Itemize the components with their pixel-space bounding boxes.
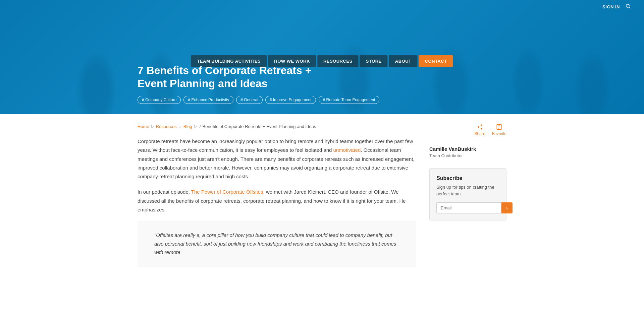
- favorite-icon: [496, 124, 502, 130]
- favorite-button[interactable]: Favorite: [492, 124, 506, 136]
- breadcrumb-sep-3: ▷: [194, 124, 197, 129]
- subscribe-button[interactable]: ›: [501, 202, 513, 213]
- svg-line-1: [629, 7, 630, 8]
- blockquote-text: "Offsites are really a, a core pillar of…: [154, 232, 396, 255]
- article-paragraph-1: Corporate retreats have become an increa…: [138, 137, 416, 181]
- content-column: Home ▷ Resources ▷ Blog ▷ 7 Benefits of …: [138, 121, 416, 315]
- hero-title: 7 Benefits of Corporate Retreats + Event…: [138, 64, 312, 90]
- favorite-label: Favorite: [492, 131, 506, 136]
- main-area: Home ▷ Resources ▷ Blog ▷ 7 Benefits of …: [0, 114, 644, 315]
- breadcrumb-current: 7 Benefits of Corporate Retreats + Event…: [199, 124, 316, 129]
- hero-content: 7 Benefits of Corporate Retreats + Event…: [138, 64, 379, 104]
- nav-contact[interactable]: CONTACT: [419, 55, 453, 67]
- article-paragraph-2: In our podcast episode, The Power of Cor…: [138, 188, 416, 214]
- breadcrumb-sep-1: ▷: [151, 124, 154, 129]
- breadcrumb-home[interactable]: Home: [138, 124, 149, 129]
- tag-remote-team[interactable]: # Remote Team Engagement: [319, 96, 380, 104]
- share-favorite-bar: Share Favorite: [429, 124, 506, 136]
- blockquote: "Offsites are really a, a core pillar of…: [138, 221, 416, 267]
- subscribe-form: ›: [436, 202, 499, 213]
- breadcrumb-blog[interactable]: Blog: [183, 124, 192, 129]
- subscribe-title: Subscribe: [436, 175, 499, 181]
- share-icon: [477, 124, 483, 130]
- sign-in-button[interactable]: SIGN IN: [602, 4, 620, 9]
- author-name: Camille VanBuskirk: [429, 146, 506, 152]
- unmotivated-link[interactable]: unmotivated: [333, 147, 361, 153]
- nav-about[interactable]: ABOUT: [389, 55, 418, 67]
- hero-tags: # Company Culture # Enhance Productivity…: [138, 96, 379, 104]
- tag-improve-engagement[interactable]: # Improve Engagement: [265, 96, 316, 104]
- share-label: Share: [475, 131, 485, 136]
- search-icon[interactable]: [625, 3, 631, 10]
- tag-enhance-productivity[interactable]: # Enhance Productivity: [183, 96, 233, 104]
- breadcrumb-sep-2: ▷: [179, 124, 181, 129]
- hero-section: SIGN IN TEAM BUILDING ACTIVITIES HOW WE …: [0, 0, 644, 114]
- subscribe-description: Sign up for tips on crafting the perfect…: [436, 184, 499, 197]
- breadcrumb-resources[interactable]: Resources: [156, 124, 177, 129]
- subscribe-box: Subscribe Sign up for tips on crafting t…: [429, 168, 506, 220]
- tag-company-culture[interactable]: # Company Culture: [138, 96, 181, 104]
- podcast-link[interactable]: The Power of Corporate Offsites: [191, 189, 263, 195]
- share-button[interactable]: Share: [475, 124, 485, 136]
- email-input[interactable]: [436, 202, 501, 213]
- article-body: Corporate retreats have become an increa…: [138, 137, 416, 267]
- breadcrumb: Home ▷ Resources ▷ Blog ▷ 7 Benefits of …: [138, 124, 416, 129]
- top-bar: SIGN IN: [589, 0, 644, 13]
- author-role: Team Contributor: [429, 153, 506, 158]
- tag-general[interactable]: # General: [236, 96, 263, 104]
- sidebar-column: Share Favorite Camille VanBuskirk Team C…: [429, 121, 506, 315]
- author-box: Camille VanBuskirk Team Contributor: [429, 146, 506, 158]
